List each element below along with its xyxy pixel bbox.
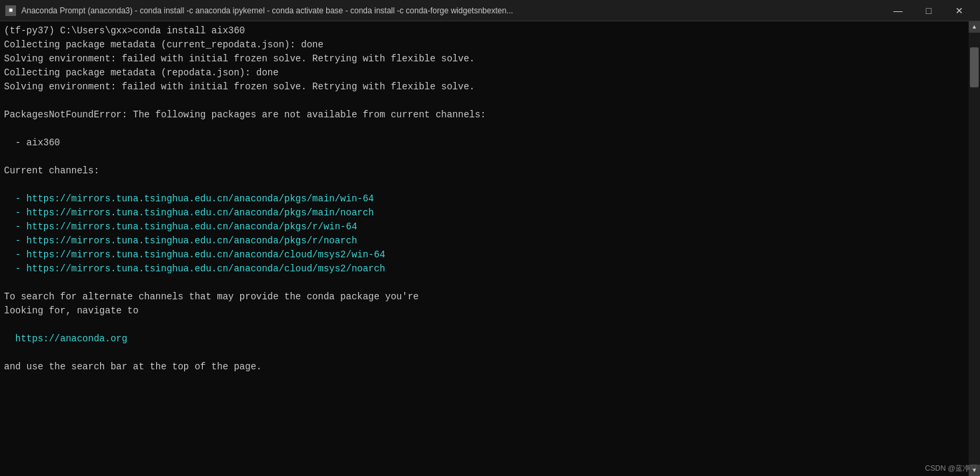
watermark: CSDN @蓝净▽ [925, 463, 977, 473]
scrollbar-track[interactable] [969, 33, 980, 465]
terminal-window: ■ Anaconda Prompt (anaconda3) - conda in… [0, 0, 980, 476]
terminal-line: To search for alternate channels that ma… [4, 290, 965, 304]
terminal-line: - https://mirrors.tuna.tsinghua.edu.cn/a… [4, 262, 965, 276]
terminal-line: Solving environment: failed with initial… [4, 52, 965, 66]
terminal-line [4, 94, 965, 108]
terminal-line [4, 150, 965, 164]
app-icon: ■ [5, 5, 16, 16]
terminal-line [4, 122, 965, 136]
title-bar: ■ Anaconda Prompt (anaconda3) - conda in… [0, 0, 980, 21]
terminal-line: - https://mirrors.tuna.tsinghua.edu.cn/a… [4, 220, 965, 234]
scrollbar-thumb[interactable] [970, 47, 979, 87]
terminal-line [4, 178, 965, 192]
window-title: Anaconda Prompt (anaconda3) - conda inst… [21, 6, 883, 15]
terminal-line: and use the search bar at the top of the… [4, 360, 965, 374]
terminal-line [4, 346, 965, 360]
terminal-line: - https://mirrors.tuna.tsinghua.edu.cn/a… [4, 234, 965, 248]
content-area: (tf-py37) C:\Users\gxx>conda install aix… [0, 21, 980, 476]
terminal-line: Collecting package metadata (repodata.js… [4, 66, 965, 80]
terminal-line: Current channels: [4, 164, 965, 178]
terminal-line: https://anaconda.org [4, 332, 965, 346]
scroll-up-arrow[interactable]: ▲ [969, 21, 980, 33]
terminal-line: Collecting package metadata (current_rep… [4, 38, 965, 52]
scrollbar[interactable]: ▲ ▼ [969, 21, 980, 476]
window-controls: — □ ✕ [883, 0, 975, 21]
restore-button[interactable]: □ [913, 0, 944, 21]
minimize-button[interactable]: — [883, 0, 913, 21]
terminal-line: - aix360 [4, 136, 965, 150]
terminal-line: PackagesNotFoundError: The following pac… [4, 108, 965, 122]
terminal-line: looking for, navigate to [4, 304, 965, 318]
terminal-line: - https://mirrors.tuna.tsinghua.edu.cn/a… [4, 192, 965, 206]
terminal-line: - https://mirrors.tuna.tsinghua.edu.cn/a… [4, 206, 965, 220]
close-button[interactable]: ✕ [944, 0, 975, 21]
terminal-line: Solving environment: failed with initial… [4, 80, 965, 94]
terminal-line: (tf-py37) C:\Users\gxx>conda install aix… [4, 24, 965, 38]
terminal-output[interactable]: (tf-py37) C:\Users\gxx>conda install aix… [0, 21, 969, 476]
terminal-line [4, 318, 965, 332]
terminal-line [4, 276, 965, 290]
terminal-line: - https://mirrors.tuna.tsinghua.edu.cn/a… [4, 248, 965, 262]
